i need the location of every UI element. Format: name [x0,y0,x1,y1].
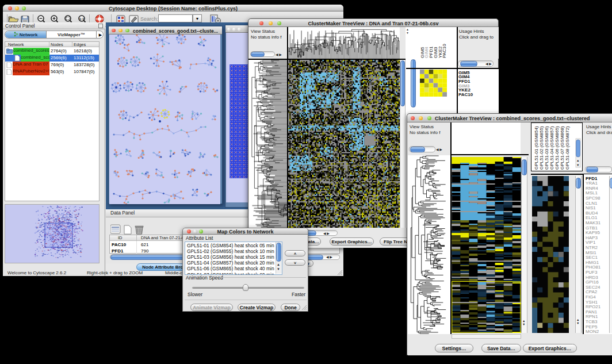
svg-text:GPL51-07 (GSM868): GPL51-07 (GSM868) [560,126,565,170]
svg-text:▼: ▼ [576,163,579,167]
svg-text:PAC10: PAC10 [442,44,447,58]
svg-text:Search:: Search: [140,16,158,22]
svg-text:GPL51-04 (GSM857): GPL51-04 (GSM857) [549,126,554,170]
svg-text:GPL51-08 (GSM872): GPL51-08 (GSM872) [565,126,570,170]
svg-text:GPL51-01 (GSM854): GPL51-01 (GSM854) [534,126,539,170]
svg-text:GPL51-06 (GSM865): GPL51-06 (GSM865) [554,126,560,170]
svg-text:GPL51-03 (GSM856): GPL51-03 (GSM856) [544,126,549,170]
svg-text:▲: ▲ [576,159,579,162]
svg-text:GPL51-02 (GSM855): GPL51-02 (GSM855) [539,126,544,170]
svg-text:1:1: 1:1 [79,17,85,21]
